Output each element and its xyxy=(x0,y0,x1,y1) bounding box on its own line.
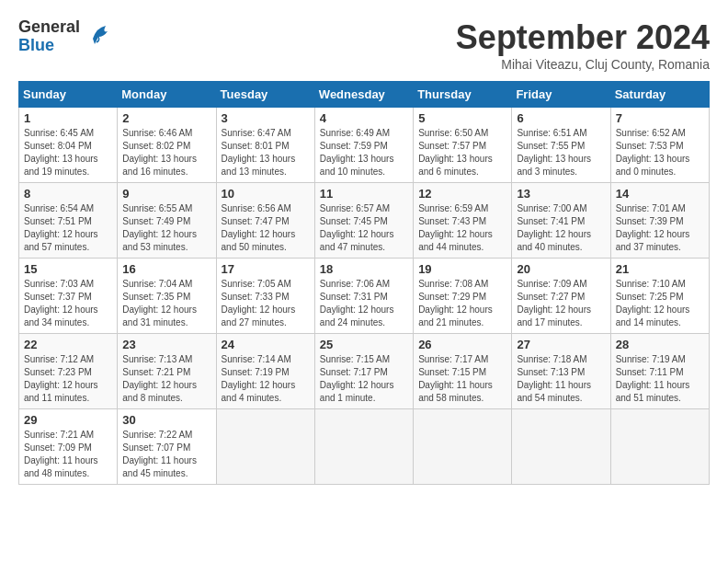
sunrise-time: Sunrise: 6:57 AM xyxy=(320,203,390,213)
day-number: 3 xyxy=(222,111,310,125)
sunrise-time: Sunrise: 7:22 AM xyxy=(122,430,192,440)
daylight-hours: Daylight: 12 hours and 21 minutes. xyxy=(418,304,493,327)
day-number: 22 xyxy=(24,338,112,351)
sunrise-time: Sunrise: 7:14 AM xyxy=(222,354,291,364)
day-info: Sunrise: 7:15 AM Sunset: 7:17 PM Dayligh… xyxy=(320,353,408,405)
day-number: 25 xyxy=(320,338,408,351)
daylight-hours: Daylight: 13 hours and 0 minutes. xyxy=(616,154,690,177)
sunrise-time: Sunrise: 7:04 AM xyxy=(122,279,192,289)
day-info: Sunrise: 7:19 AM Sunset: 7:11 PM Dayligh… xyxy=(616,353,704,405)
day-info: Sunrise: 7:04 AM Sunset: 7:35 PM Dayligh… xyxy=(122,278,210,329)
table-row: 9 Sunrise: 6:55 AM Sunset: 7:49 PM Dayli… xyxy=(118,183,216,259)
table-row xyxy=(314,409,413,485)
logo-blue: Blue xyxy=(18,37,80,55)
day-info: Sunrise: 7:21 AM Sunset: 7:09 PM Dayligh… xyxy=(24,429,112,480)
sunset-time: Sunset: 7:57 PM xyxy=(418,141,486,151)
day-info: Sunrise: 7:06 AM Sunset: 7:31 PM Dayligh… xyxy=(320,278,408,329)
daylight-hours: Daylight: 11 hours and 45 minutes. xyxy=(122,455,197,478)
daylight-hours: Daylight: 12 hours and 37 minutes. xyxy=(616,229,690,252)
header: General Blue September 2024 Mihai Viteaz… xyxy=(18,18,710,72)
sunset-time: Sunset: 7:49 PM xyxy=(122,216,190,226)
daylight-hours: Daylight: 12 hours and 44 minutes. xyxy=(418,229,493,252)
sunset-time: Sunset: 7:33 PM xyxy=(222,292,290,302)
day-info: Sunrise: 7:10 AM Sunset: 7:25 PM Dayligh… xyxy=(616,278,704,329)
logo-bird-icon xyxy=(85,20,113,54)
sunset-time: Sunset: 7:45 PM xyxy=(320,216,388,226)
day-number: 7 xyxy=(616,111,704,125)
day-info: Sunrise: 6:47 AM Sunset: 8:01 PM Dayligh… xyxy=(222,127,310,178)
day-number: 30 xyxy=(122,413,210,427)
day-number: 28 xyxy=(616,338,704,351)
sunset-time: Sunset: 7:25 PM xyxy=(616,292,684,302)
sunset-time: Sunset: 7:53 PM xyxy=(616,141,684,151)
sunrise-time: Sunrise: 7:15 AM xyxy=(320,354,390,364)
sunset-time: Sunset: 7:23 PM xyxy=(24,367,92,377)
sunset-time: Sunset: 7:35 PM xyxy=(122,292,190,302)
sunrise-time: Sunrise: 6:50 AM xyxy=(418,128,488,138)
table-row: 26 Sunrise: 7:17 AM Sunset: 7:15 PM Dayl… xyxy=(414,334,512,409)
day-info: Sunrise: 6:51 AM Sunset: 7:55 PM Dayligh… xyxy=(517,127,605,178)
table-row: 18 Sunrise: 7:06 AM Sunset: 7:31 PM Dayl… xyxy=(314,259,413,334)
sunrise-time: Sunrise: 7:13 AM xyxy=(122,354,192,364)
day-info: Sunrise: 6:46 AM Sunset: 8:02 PM Dayligh… xyxy=(122,127,210,178)
day-number: 15 xyxy=(24,262,112,276)
table-row: 8 Sunrise: 6:54 AM Sunset: 7:51 PM Dayli… xyxy=(19,183,118,259)
table-row: 5 Sunrise: 6:50 AM Sunset: 7:57 PM Dayli… xyxy=(414,108,512,183)
header-saturday: Saturday xyxy=(610,82,709,108)
daylight-hours: Daylight: 12 hours and 53 minutes. xyxy=(122,229,197,252)
sunset-time: Sunset: 7:41 PM xyxy=(517,216,585,226)
day-info: Sunrise: 6:49 AM Sunset: 7:59 PM Dayligh… xyxy=(320,127,408,178)
header-tuesday: Tuesday xyxy=(216,82,314,108)
location-title: Mihai Viteazu, Cluj County, Romania xyxy=(456,57,710,72)
calendar-week-row: 22 Sunrise: 7:12 AM Sunset: 7:23 PM Dayl… xyxy=(19,334,710,409)
sunset-time: Sunset: 7:15 PM xyxy=(418,367,486,377)
sunset-time: Sunset: 7:59 PM xyxy=(320,141,388,151)
daylight-hours: Daylight: 12 hours and 50 minutes. xyxy=(222,229,296,252)
sunrise-time: Sunrise: 7:05 AM xyxy=(222,279,291,289)
day-number: 17 xyxy=(222,262,310,276)
daylight-hours: Daylight: 13 hours and 6 minutes. xyxy=(418,154,493,177)
table-row: 24 Sunrise: 7:14 AM Sunset: 7:19 PM Dayl… xyxy=(216,334,314,409)
day-info: Sunrise: 7:18 AM Sunset: 7:13 PM Dayligh… xyxy=(517,353,605,405)
table-row: 3 Sunrise: 6:47 AM Sunset: 8:01 PM Dayli… xyxy=(216,108,314,183)
sunset-time: Sunset: 7:29 PM xyxy=(418,292,486,302)
sunset-time: Sunset: 7:17 PM xyxy=(320,367,388,377)
daylight-hours: Daylight: 12 hours and 40 minutes. xyxy=(517,229,591,252)
day-number: 10 xyxy=(222,187,310,201)
sunrise-time: Sunrise: 7:03 AM xyxy=(24,279,94,289)
sunset-time: Sunset: 7:27 PM xyxy=(517,292,585,302)
table-row: 16 Sunrise: 7:04 AM Sunset: 7:35 PM Dayl… xyxy=(118,259,216,334)
day-info: Sunrise: 6:56 AM Sunset: 7:47 PM Dayligh… xyxy=(222,202,310,254)
sunset-time: Sunset: 8:01 PM xyxy=(222,141,290,151)
table-row: 13 Sunrise: 7:00 AM Sunset: 7:41 PM Dayl… xyxy=(512,183,610,259)
day-info: Sunrise: 7:22 AM Sunset: 7:07 PM Dayligh… xyxy=(122,429,210,480)
sunrise-time: Sunrise: 6:51 AM xyxy=(517,128,586,138)
day-info: Sunrise: 7:14 AM Sunset: 7:19 PM Dayligh… xyxy=(222,353,310,405)
daylight-hours: Daylight: 12 hours and 34 minutes. xyxy=(24,304,98,327)
table-row: 19 Sunrise: 7:08 AM Sunset: 7:29 PM Dayl… xyxy=(414,259,512,334)
table-row: 12 Sunrise: 6:59 AM Sunset: 7:43 PM Dayl… xyxy=(414,183,512,259)
sunrise-time: Sunrise: 7:01 AM xyxy=(616,203,686,213)
day-info: Sunrise: 6:50 AM Sunset: 7:57 PM Dayligh… xyxy=(418,127,506,178)
sunset-time: Sunset: 7:39 PM xyxy=(616,216,684,226)
sunrise-time: Sunrise: 7:12 AM xyxy=(24,354,94,364)
sunset-time: Sunset: 7:21 PM xyxy=(122,367,190,377)
day-info: Sunrise: 7:00 AM Sunset: 7:41 PM Dayligh… xyxy=(517,202,605,254)
sunset-time: Sunset: 7:51 PM xyxy=(24,216,92,226)
calendar-week-row: 29 Sunrise: 7:21 AM Sunset: 7:09 PM Dayl… xyxy=(19,409,710,485)
sunrise-time: Sunrise: 6:52 AM xyxy=(616,128,686,138)
sunset-time: Sunset: 7:19 PM xyxy=(222,367,290,377)
day-info: Sunrise: 7:12 AM Sunset: 7:23 PM Dayligh… xyxy=(24,353,112,405)
header-thursday: Thursday xyxy=(414,82,512,108)
day-info: Sunrise: 7:05 AM Sunset: 7:33 PM Dayligh… xyxy=(222,278,310,329)
table-row: 27 Sunrise: 7:18 AM Sunset: 7:13 PM Dayl… xyxy=(512,334,610,409)
table-row: 4 Sunrise: 6:49 AM Sunset: 7:59 PM Dayli… xyxy=(314,108,413,183)
calendar-week-row: 1 Sunrise: 6:45 AM Sunset: 8:04 PM Dayli… xyxy=(19,108,710,183)
day-number: 1 xyxy=(24,111,112,125)
table-row: 30 Sunrise: 7:22 AM Sunset: 7:07 PM Dayl… xyxy=(118,409,216,485)
title-section: September 2024 Mihai Viteazu, Cluj Count… xyxy=(456,18,710,72)
day-number: 27 xyxy=(517,338,605,351)
daylight-hours: Daylight: 11 hours and 51 minutes. xyxy=(616,380,690,403)
day-info: Sunrise: 7:09 AM Sunset: 7:27 PM Dayligh… xyxy=(517,278,605,329)
sunrise-time: Sunrise: 7:10 AM xyxy=(616,279,686,289)
